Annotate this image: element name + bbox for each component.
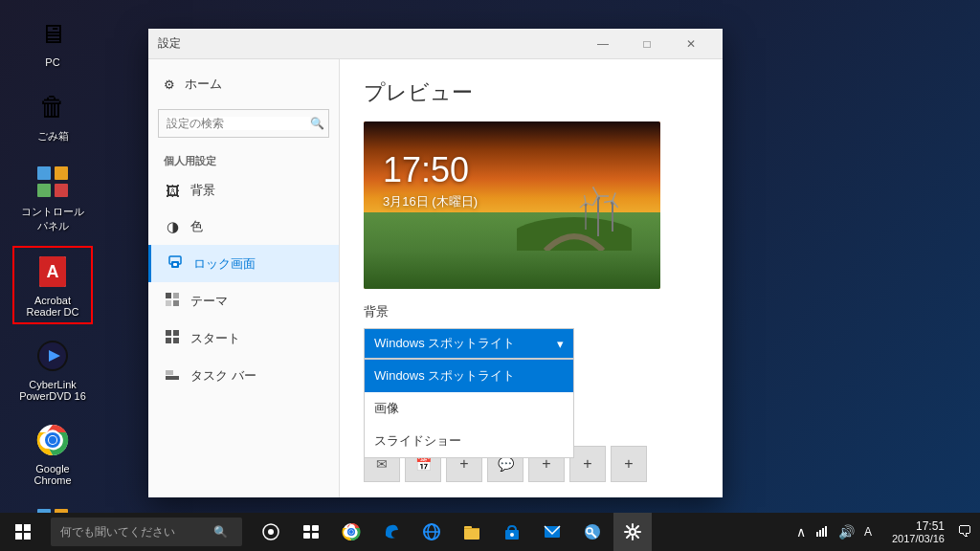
sidebar-item-theme-label: テーマ: [190, 293, 228, 310]
taskbar-nav-icon: [164, 366, 181, 385]
taskbar-chrome-icon[interactable]: [332, 513, 370, 551]
taskbar-settings-icon[interactable]: [613, 513, 652, 551]
clock-time: 17:51: [892, 519, 945, 533]
svg-line-44: [585, 195, 586, 203]
preview-date: 3月16日 (木曜日): [383, 193, 478, 210]
dropdown-option-image[interactable]: 画像: [365, 392, 573, 425]
chrome-label: Google Chrome: [19, 463, 86, 486]
preview-time: 17:50: [383, 150, 469, 190]
taskbar: 🔍: [0, 513, 980, 551]
sidebar-item-color[interactable]: ◑ 色: [148, 209, 339, 245]
svg-rect-74: [816, 532, 818, 537]
desktop-icon-acrobat[interactable]: A Acrobat Reader DC: [14, 248, 91, 322]
desktop-icon-pc[interactable]: 🖥 PC: [14, 10, 91, 73]
desktop-icon-chrome[interactable]: Google Chrome: [14, 416, 91, 491]
svg-rect-28: [173, 338, 179, 343]
recycle-icon: 🗑: [33, 87, 72, 125]
taskbar-mail-icon[interactable]: [533, 513, 571, 551]
svg-rect-0: [37, 166, 51, 180]
sidebar-home[interactable]: ⚙ ホーム: [148, 64, 339, 104]
svg-rect-26: [173, 330, 179, 336]
tray-network[interactable]: [813, 524, 832, 540]
tray-chevron[interactable]: ∧: [793, 524, 809, 540]
cyberlink-icon: [33, 337, 72, 375]
acrobat-label: Acrobat Reader DC: [19, 295, 86, 318]
dropdown-option-spotlight[interactable]: Windows スポットライト: [365, 360, 573, 392]
sidebar-section-label: 個人用設定: [148, 143, 339, 172]
desktop-icon-cyberlink[interactable]: CyberLink PowerDVD 16: [14, 332, 91, 407]
svg-rect-27: [166, 338, 171, 343]
svg-rect-21: [166, 293, 171, 298]
taskbar-clock[interactable]: 17:51 2017/03/16: [882, 519, 954, 544]
svg-line-34: [593, 187, 599, 196]
background-nav-icon: 🖼: [164, 183, 181, 199]
settings-window: 設定 — □ ✕ ⚙ ホーム 🔍 個人用設定 🖼: [148, 29, 723, 497]
taskbar-edge-icon[interactable]: [372, 513, 411, 551]
sidebar-item-color-label: 色: [190, 218, 203, 235]
taskbar-tray: ∧ 🔊 A 17:51 2017/03/16 🗨: [786, 519, 980, 544]
svg-rect-76: [822, 528, 824, 537]
pc-icon: 🖥: [33, 14, 72, 53]
taskbar-explorer-icon[interactable]: [453, 513, 491, 551]
desktop-icon-recycle[interactable]: 🗑 ごみ箱: [14, 82, 91, 148]
svg-rect-53: [303, 525, 310, 531]
desktop-icon-control-panel[interactable]: コントロール パネル: [14, 158, 91, 238]
minimize-button[interactable]: —: [581, 29, 625, 59]
dropdown-menu: Windows スポットライト 画像 スライドショー: [364, 359, 574, 458]
svg-point-13: [49, 436, 56, 444]
taskbar-store-icon[interactable]: [493, 513, 531, 551]
theme-nav-icon: [164, 292, 181, 310]
svg-text:A: A: [47, 262, 59, 281]
acrobat-icon: A: [33, 253, 72, 291]
svg-rect-1: [55, 166, 68, 180]
maximize-button[interactable]: □: [625, 29, 669, 59]
dropdown-container: Windows スポットライト ▾ Windows スポットライト 画像 スライ…: [364, 328, 574, 359]
start-button[interactable]: [0, 513, 46, 551]
background-section-label: 背景: [364, 303, 699, 320]
svg-rect-3: [55, 184, 68, 197]
sidebar-item-start[interactable]: スタート: [148, 320, 339, 357]
svg-point-68: [510, 533, 514, 537]
windmills-svg: [517, 155, 632, 251]
sidebar-item-background[interactable]: 🖼 背景: [148, 172, 339, 209]
sidebar-item-taskbar[interactable]: タスク バー: [148, 357, 339, 394]
sidebar-item-taskbar-label: タスク バー: [190, 367, 256, 385]
taskbar-cortana-icon[interactable]: [252, 513, 290, 551]
main-content: プレビュー: [340, 59, 723, 497]
tray-en[interactable]: A: [861, 525, 875, 539]
svg-rect-48: [24, 524, 31, 531]
svg-rect-30: [166, 370, 173, 375]
taskbar-task-view-icon[interactable]: [292, 513, 330, 551]
taskbar-maps-icon[interactable]: [573, 513, 612, 551]
svg-line-39: [612, 193, 615, 201]
control-panel-icon: [33, 163, 72, 201]
sidebar-item-background-label: 背景: [190, 182, 215, 199]
tray-notification[interactable]: 🗨: [954, 523, 975, 540]
svg-rect-49: [15, 533, 22, 540]
desktop: 🖥 PC 🗑 ごみ箱 コントロール パネル: [0, 0, 980, 551]
windows-icon: [14, 523, 32, 540]
svg-rect-54: [312, 525, 319, 531]
sidebar-home-label: ホーム: [185, 76, 222, 93]
sidebar-search-input[interactable]: [167, 117, 310, 130]
svg-rect-29: [166, 376, 179, 380]
taskbar-search[interactable]: 🔍: [51, 518, 242, 546]
tray-icons: ∧ 🔊 A: [786, 524, 882, 540]
sidebar-item-theme[interactable]: テーマ: [148, 282, 339, 320]
background-dropdown[interactable]: Windows スポットライト ▾: [364, 328, 574, 359]
window-body: ⚙ ホーム 🔍 個人用設定 🖼 背景 ◑ 色: [148, 59, 723, 497]
svg-point-73: [630, 529, 635, 535]
pc-label: PC: [45, 56, 59, 68]
desktop-icons: 🖥 PC 🗑 ごみ箱 コントロール パネル: [14, 10, 91, 551]
sidebar-search-box[interactable]: 🔍: [158, 109, 329, 138]
sidebar-item-lock-screen[interactable]: ロック画面: [148, 245, 339, 282]
dropdown-option-slideshow[interactable]: スライドショー: [365, 425, 573, 457]
close-button[interactable]: ✕: [669, 29, 713, 59]
status-btn-add-4[interactable]: +: [611, 446, 647, 482]
taskbar-ie-icon[interactable]: [412, 513, 451, 551]
taskbar-search-input[interactable]: [60, 525, 213, 539]
status-btn-add-3[interactable]: +: [569, 446, 606, 482]
tray-volume[interactable]: 🔊: [835, 524, 858, 540]
svg-rect-66: [464, 528, 479, 529]
svg-rect-22: [173, 293, 179, 298]
